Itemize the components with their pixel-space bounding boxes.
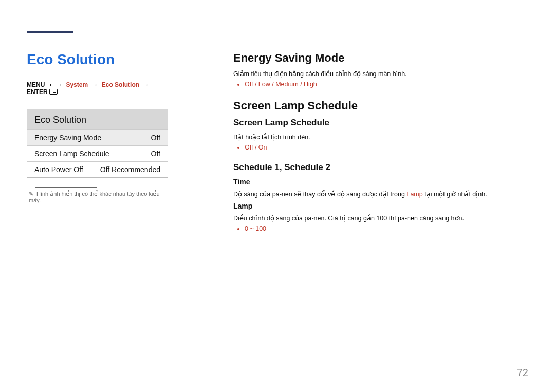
enter-icon (49, 89, 58, 95)
row-label: Screen Lamp Schedule (34, 150, 109, 158)
time-desc-a: Độ sáng của pa-nen sẽ thay đổi về độ sán… (233, 191, 406, 198)
lamp-options: Off / On (245, 144, 528, 151)
page-number: 72 (517, 367, 528, 379)
section-lamp-title: Screen Lamp Schedule (233, 99, 528, 113)
lamp-desc: Bật hoặc tắt lịch trình đèn. (233, 133, 528, 141)
row-label: Auto Power Off (34, 165, 83, 174)
row-label: Energy Saving Mode (34, 134, 101, 142)
time-desc-b: tại một giờ nhất định. (423, 191, 487, 198)
panel-header: Eco Solution (27, 109, 168, 129)
footnote-text: Hình ảnh hiển thị có thể khác nhau tùy t… (29, 191, 160, 203)
time-desc-accent: Lamp (406, 191, 422, 198)
crumb-system: System (66, 81, 88, 88)
crumb-menu: MENU (27, 81, 45, 88)
lamp-range: 0 ~ 100 (245, 225, 528, 232)
energy-desc: Giảm tiêu thụ điện bằng cách điều chỉnh … (233, 70, 528, 78)
schedule-title: Schedule 1, Schedule 2 (233, 162, 528, 173)
settings-panel: Eco Solution Energy Saving Mode Off Scre… (27, 109, 168, 178)
section-energy-title: Energy Saving Mode (233, 51, 528, 65)
page-title: Eco Solution (27, 51, 168, 68)
crumb-eco: Eco Solution (102, 81, 139, 88)
panel-row-lamp[interactable]: Screen Lamp Schedule Off (27, 145, 168, 161)
lamp-value-label: Lamp (233, 202, 528, 210)
note-separator (35, 187, 97, 188)
lamp-sub: Screen Lamp Schedule (233, 118, 528, 128)
header-rule (27, 32, 528, 32)
time-label: Time (233, 178, 528, 186)
row-value: Off (151, 134, 160, 142)
time-desc: Độ sáng của pa-nen sẽ thay đổi về độ sán… (233, 190, 528, 198)
left-column: Eco Solution MENU → System → Eco Solutio… (27, 51, 168, 203)
panel-row-auto-power[interactable]: Auto Power Off Off Recommended (27, 161, 168, 177)
lamp-value-desc: Điều chỉnh độ sáng của pa-nen. Giá trị c… (233, 214, 528, 222)
menu-icon (47, 83, 52, 87)
breadcrumb: MENU → System → Eco Solution → ENTER (27, 81, 168, 96)
panel-row-energy[interactable]: Energy Saving Mode Off (27, 129, 168, 145)
arrow-icon: → (141, 81, 151, 88)
right-column: Energy Saving Mode Giảm tiêu thụ điện bằ… (233, 51, 528, 244)
row-value: Off Recommended (100, 165, 160, 174)
arrow-icon: → (89, 81, 100, 88)
pen-icon: ✎ (29, 191, 33, 197)
energy-options: Off / Low / Medium / High (245, 81, 528, 88)
row-value: Off (151, 150, 160, 158)
footnote: ✎Hình ảnh hiển thị có thể khác nhau tùy … (27, 191, 168, 203)
crumb-enter: ENTER (27, 88, 48, 96)
arrow-icon: → (54, 81, 64, 88)
